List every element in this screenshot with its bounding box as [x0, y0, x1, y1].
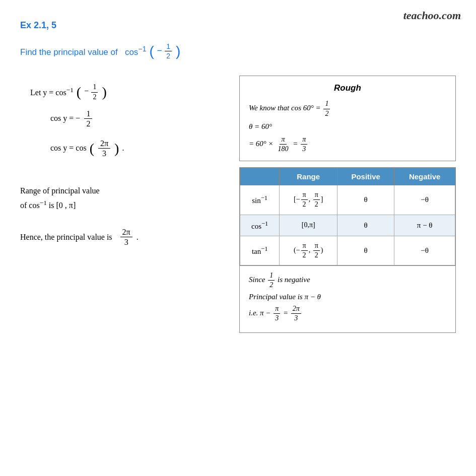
question-line: Find the principal value of cos−1 ( − 12…: [20, 42, 456, 60]
hence-line: Hence, the principal value is 2π3 .: [20, 227, 224, 247]
table-container: Range Positive Negative sin−1 [−π2, π2] …: [239, 167, 456, 266]
col-header-func: [240, 168, 280, 185]
coscos-line: cos y = cos ( 2π3 ) .: [50, 139, 224, 158]
range-cos: [0,π]: [280, 215, 337, 236]
neg-cos: π − θ: [394, 215, 455, 236]
rough-theta: θ = 60°: [249, 122, 272, 131]
range-sin: [−π2, π2]: [280, 185, 337, 215]
rough-calc: = 60° × π180 = π3: [249, 135, 308, 154]
page: teachoo.com Ex 2.1, 5 Find the principal…: [0, 0, 476, 476]
pos-cos: θ: [337, 215, 394, 236]
range-tan: (−π2, π2): [280, 236, 337, 265]
coscos-dot: .: [122, 141, 124, 156]
coscos-paren-l: (: [90, 142, 94, 156]
let-line: Let y = cos−1 ( − 12 ): [30, 83, 224, 101]
pos-sin: θ: [337, 185, 394, 215]
range-line2: of cos−1 is [0 , π]: [20, 197, 224, 213]
coscos-paren-r: ): [114, 142, 119, 156]
col-header-positive: Positive: [337, 168, 394, 185]
table-header-row: Range Positive Negative: [240, 168, 455, 185]
step-let: Let y = cos−1 ( − 12 ): [30, 83, 224, 101]
rough-line1-text: We know that cos 60° = 12: [249, 99, 331, 118]
func-cos: cos−1: [240, 215, 280, 236]
let-paren-l: (: [77, 85, 81, 99]
rough-line2: θ = 60°: [249, 122, 446, 131]
coscos-label: cos y = cos: [50, 141, 87, 156]
let-arg: − 12: [84, 83, 99, 101]
func-sin: sin−1: [240, 185, 280, 215]
rough-title: Rough: [249, 83, 446, 93]
neg-sin: −θ: [394, 185, 455, 215]
trig-table: Range Positive Negative sin−1 [−π2, π2] …: [240, 168, 455, 265]
table-row: cos−1 [0,π] θ π − θ: [240, 215, 455, 236]
cosy-line: cos y = − 12: [50, 109, 224, 128]
neg-tan: −θ: [394, 236, 455, 265]
bottom-line2: Principal value is π − θ: [249, 293, 446, 301]
range-principal: Range of principal value of cos−1 is [0 …: [20, 184, 224, 213]
table-row: tan−1 (−π2, π2) θ −θ: [240, 236, 455, 265]
exercise-title: Ex 2.1, 5: [20, 20, 456, 31]
hence-dot: .: [137, 233, 139, 242]
table-row: sin−1 [−π2, π2] θ −θ: [240, 185, 455, 215]
left-paren: (: [150, 44, 154, 58]
step-cosy: cos y = − 12: [50, 109, 224, 128]
rough-line3: = 60° × π180 = π3: [249, 135, 446, 154]
cosy-label: cos y = −: [50, 111, 80, 126]
rough-line1: We know that cos 60° = 12: [249, 99, 446, 118]
func-tan: tan−1: [240, 236, 280, 265]
step-coscos: cos y = cos ( 2π3 ) .: [50, 139, 224, 158]
left-column: Let y = cos−1 ( − 12 ) cos y = − 12 cos …: [20, 76, 229, 332]
half-fraction: 12: [84, 109, 92, 128]
range-line1: Range of principal value: [20, 184, 224, 197]
col-header-range: Range: [280, 168, 337, 185]
right-column: Rough We know that cos 60° = 12 θ = 60° …: [239, 76, 456, 332]
bottom-box: Since 12 is negative Principal value is …: [239, 266, 456, 333]
let-label: Let y = cos−1: [30, 84, 74, 100]
hence-fraction: 2π3: [120, 227, 132, 247]
question-arg: − 12: [157, 42, 173, 60]
right-paren: ): [176, 44, 180, 58]
let-paren-r: ): [102, 85, 106, 99]
brand-logo: teachoo.com: [403, 9, 461, 22]
rough-box: Rough We know that cos 60° = 12 θ = 60° …: [239, 76, 456, 161]
bottom-line3: i.e. π − π3 = 2π3: [249, 304, 446, 323]
bottom-line1: Since 12 is negative: [249, 271, 446, 290]
pos-tan: θ: [337, 236, 394, 265]
hence-text: Hence, the principal value is: [20, 233, 116, 242]
main-content: Let y = cos−1 ( − 12 ) cos y = − 12 cos …: [20, 76, 456, 332]
twopi3-fraction: 2π3: [98, 139, 110, 158]
col-header-negative: Negative: [394, 168, 455, 185]
question-text: Find the principal value of cos−1: [20, 45, 147, 57]
